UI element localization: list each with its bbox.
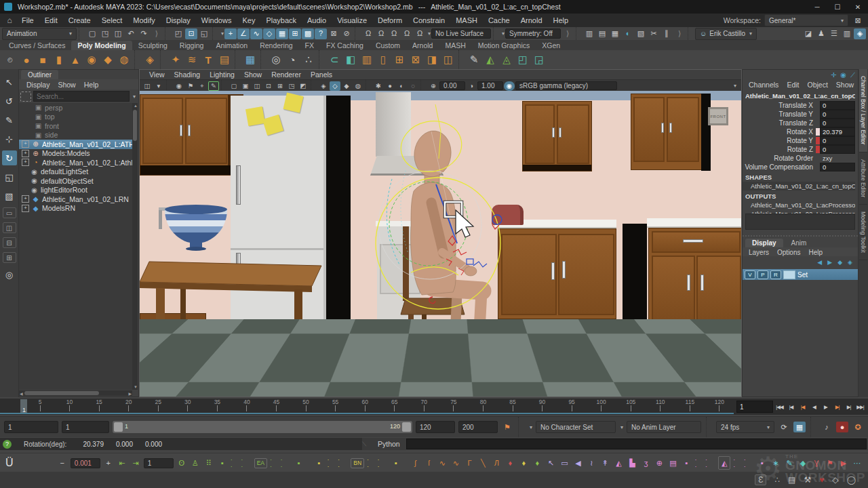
shelf-tab-mash[interactable]: MASH	[439, 41, 471, 50]
rotation-x-value[interactable]: 20.379	[83, 441, 104, 448]
expand-icon[interactable]: +	[22, 150, 29, 157]
shelf-tab-poly-modeling[interactable]: Poly Modeling	[71, 41, 132, 50]
shape-node[interactable]: Athletic_Man_v01_02_L:ac_cn_topChestShap…	[743, 182, 855, 190]
multicut-icon[interactable]: ✎	[467, 52, 481, 67]
select-camera-icon[interactable]: ◫	[142, 81, 153, 91]
save-scene-icon[interactable]: ◫	[112, 28, 124, 39]
expand-icon[interactable]: +	[22, 195, 29, 203]
poly-plane-icon[interactable]: ◆	[100, 52, 115, 67]
grease-pencil-icon[interactable]: ◉	[174, 81, 184, 91]
center-pivot-icon[interactable]: ◎	[269, 52, 283, 67]
dots-tool-icon[interactable]: ∴	[774, 475, 780, 485]
step-back-key-button[interactable]: |◀	[797, 401, 808, 413]
poly-sphere-icon[interactable]: ●	[19, 52, 34, 67]
quad-draw-icon[interactable]: ◭	[483, 52, 498, 67]
snap-pencil-icon[interactable]: ✎	[208, 81, 219, 91]
ipr-render-icon[interactable]: ▤	[596, 28, 608, 39]
fps-dropdown[interactable]: 24 fps ▾	[716, 421, 774, 433]
character-pose-icon[interactable]: ↟	[599, 457, 610, 469]
tangent-linear-icon[interactable]: ſ	[423, 457, 434, 469]
epsilon-tool-icon[interactable]: Ɛ	[755, 474, 766, 485]
box-select-icon[interactable]: ▭	[559, 457, 570, 469]
channel-value[interactable]: 0	[820, 101, 855, 110]
type-tool-icon[interactable]: T	[201, 52, 216, 67]
selected-node-name[interactable]: Athletic_Man_v01_02_L:ac_cn_topChest	[745, 92, 855, 100]
channel-box-toggle-icon[interactable]: ☰	[828, 28, 840, 39]
chevron-down-icon[interactable]: ▾	[734, 83, 736, 89]
textured-mode-icon[interactable]: ◫	[252, 81, 262, 91]
shadows-icon[interactable]: ⊞	[275, 81, 285, 91]
flag-icon[interactable]: ⚑	[825, 457, 835, 469]
multisample-icon[interactable]: ◈	[318, 81, 329, 91]
outliner-item-models[interactable]: + ⊕ Models:Models	[19, 149, 132, 159]
shelf-menu-icon[interactable]: ◴	[3, 52, 18, 67]
outliner-menu-display[interactable]: Display	[23, 81, 53, 89]
vp-menu-panels[interactable]: Panels	[307, 70, 336, 79]
magnifier-icon[interactable]: ◯	[847, 475, 856, 485]
chevron-down-icon[interactable]: ▾	[221, 30, 224, 37]
symmetry-field[interactable]: Symmetry: Off	[505, 28, 561, 39]
depth-peeling-icon[interactable]: ◇	[330, 81, 340, 91]
shelf-tab-motion-graphics[interactable]: Motion Graphics	[472, 41, 536, 50]
rotation-y-value[interactable]: 0.000	[116, 441, 133, 448]
list-icon[interactable]: ▤	[667, 457, 678, 469]
shelf-tab-xgen[interactable]: XGen	[536, 41, 566, 50]
super-shape-icon[interactable]: ✦	[168, 52, 183, 67]
loop-playback-icon[interactable]: ⟳	[778, 422, 790, 432]
tangent-spline-icon[interactable]: ∿	[437, 457, 448, 469]
channel-value[interactable]: 0	[820, 119, 855, 127]
new-scene-icon[interactable]: ▢	[86, 28, 98, 39]
color-management-icon[interactable]: ◉	[504, 81, 515, 91]
menu-cache[interactable]: Cache	[483, 16, 515, 24]
step-forward-frame-button[interactable]: ▶|	[844, 401, 854, 413]
render-icon[interactable]: ▥	[583, 28, 595, 39]
ui-grid-icon[interactable]: ▦	[243, 52, 258, 67]
nudge-decrement-button[interactable]: −	[57, 457, 68, 469]
walk-cycle-icon[interactable]: ≀	[586, 457, 597, 469]
pink-post-marker[interactable]: ▪	[757, 457, 768, 469]
vp-menu-shading[interactable]: Shading	[170, 70, 205, 79]
xray-icon[interactable]: ◆	[341, 81, 352, 91]
outliner-item-front[interactable]: ▣ front	[19, 121, 132, 131]
gamma-icon[interactable]: ◑	[466, 81, 477, 91]
jack-icon[interactable]: ∗	[770, 457, 781, 469]
snap-point-icon[interactable]: ∿	[250, 28, 262, 39]
menu-display[interactable]: Display	[161, 16, 196, 24]
bridge-icon[interactable]: ◲	[532, 52, 547, 67]
step-back-frame-button[interactable]: |◀	[786, 401, 796, 413]
command-language-label[interactable]: Python	[373, 438, 405, 450]
freeze-transform-icon[interactable]: ∴	[301, 52, 316, 67]
motion-blur-icon[interactable]: ◩	[298, 81, 309, 91]
tangent-plateau-icon[interactable]: ╲	[477, 457, 488, 469]
go-to-start-button[interactable]: |◀◀	[774, 401, 785, 413]
go-to-end-button[interactable]: ▶▶|	[855, 401, 865, 413]
chevron-down-icon[interactable]: ▾	[428, 30, 431, 37]
play-clip-icon[interactable]: ▶	[838, 457, 849, 469]
scrollbar-thumb[interactable]	[24, 391, 99, 395]
last-tool-icon[interactable]: ▧	[2, 188, 17, 203]
tangent-auto-icon[interactable]: ∿	[450, 457, 461, 469]
cb-menu-channels[interactable]: Channels	[745, 81, 782, 90]
range-end-handle[interactable]	[402, 422, 411, 432]
curve-warp-icon[interactable]: ≋	[184, 52, 199, 67]
poly-cube-icon[interactable]: ■	[35, 52, 50, 67]
shelf-tab-sculpting[interactable]: Sculpting	[132, 41, 174, 50]
outliner-menu-help[interactable]: Help	[81, 81, 102, 89]
expand-icon[interactable]: +	[22, 159, 29, 166]
chevron-down-icon[interactable]: ▾	[530, 424, 532, 430]
output-node[interactable]: Athletic_Man_v01_02_L:acProcessorC22	[743, 201, 855, 209]
paint-select-tool-icon[interactable]: ✎	[2, 113, 17, 127]
menu-constrain[interactable]: Constrain	[408, 16, 450, 24]
layer-playback-toggle[interactable]: P	[757, 270, 768, 279]
combine-icon[interactable]: ▥	[359, 52, 374, 67]
tangent-flat-icon[interactable]: Γ	[464, 457, 475, 469]
svg-tool-icon[interactable]: ▤	[217, 52, 232, 67]
channel-rotate-x[interactable]: Rotate X 20.379	[743, 127, 855, 136]
pane-copy-icon[interactable]: ●	[384, 81, 395, 91]
outliner-tab[interactable]: Outliner	[21, 70, 58, 79]
wireframe-mode-icon[interactable]: ▢	[229, 81, 239, 91]
more-icon[interactable]: ⋯	[852, 457, 863, 469]
selection-lock-icon[interactable]: ⊘	[340, 28, 353, 39]
menu-file[interactable]: File	[16, 16, 39, 24]
channel-value[interactable]: 0	[820, 136, 855, 145]
